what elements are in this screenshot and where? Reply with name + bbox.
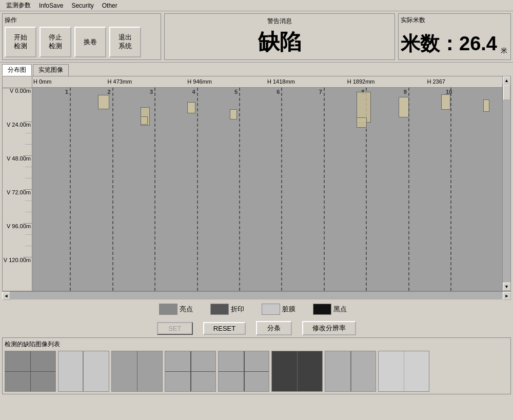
warning-text: 缺陷 xyxy=(258,28,301,56)
vline-1 xyxy=(70,88,71,291)
scroll-up-button[interactable]: ▲ xyxy=(503,76,511,85)
menu-item-other[interactable]: Other xyxy=(98,1,122,10)
tab-realimage[interactable]: 实览图像 xyxy=(33,64,69,76)
thumbnail-1[interactable] xyxy=(5,351,56,392)
y-label-5: V 120.00m xyxy=(4,257,31,263)
h-label-1: H 473mm xyxy=(108,78,132,85)
legend-label-fold: 折印 xyxy=(231,305,251,314)
col-num-3: 3 xyxy=(150,89,153,95)
col-num-2: 2 xyxy=(108,89,111,95)
y-axis: V 0.00m V 24.00m V 48.00m V 72.00m V 96.… xyxy=(3,76,32,291)
menu-item-infosave[interactable]: InfoSave xyxy=(35,1,67,10)
vline-7 xyxy=(324,88,325,291)
y-label-2: V 48.00m xyxy=(7,155,31,162)
col-num-7: 7 xyxy=(319,89,322,95)
scrollbar-horizontal[interactable]: ◄ ► xyxy=(2,291,511,299)
operation-buttons: 开始检测 停止检测 换卷 退出系统 xyxy=(5,27,159,57)
legend-item-bright: 亮点 xyxy=(159,304,200,315)
menu-item-security[interactable]: Security xyxy=(67,1,97,10)
meter-value: 米数：26.4 xyxy=(401,31,508,57)
scroll-thumb[interactable] xyxy=(503,85,510,100)
operation-title: 操作 xyxy=(5,16,159,25)
col-num-4: 4 xyxy=(192,89,195,95)
legend-color-black xyxy=(313,304,331,315)
legend-item-film: 脏膜 xyxy=(262,304,303,315)
map-container: V 0.00m V 24.00m V 48.00m V 72.00m V 96.… xyxy=(2,76,511,291)
top-area: 操作 开始检测 停止检测 换卷 退出系统 警告消息 缺陷 实际米数 米数：26.… xyxy=(0,11,513,63)
thumbnail-2[interactable] xyxy=(58,351,109,392)
defect-10 xyxy=(483,99,489,112)
col-num-9: 9 xyxy=(404,89,407,95)
col-num-1: 1 xyxy=(65,89,68,95)
modify-resolution-button[interactable]: 修改分辨率 xyxy=(302,321,356,335)
thumbnail-8[interactable] xyxy=(378,351,429,392)
y-label-4: V 96.00m xyxy=(7,223,31,229)
thumbnail-4[interactable] xyxy=(165,351,216,392)
scroll-track[interactable] xyxy=(503,85,510,283)
h-label-5: H 2367 xyxy=(427,78,445,85)
legend-item-black: 黑点 xyxy=(313,304,354,315)
meter-unit: 米 xyxy=(501,46,507,55)
defect-8 xyxy=(399,97,409,117)
h-scroll-track[interactable] xyxy=(10,292,503,299)
meter-panel: 实际米数 米数：26.4 米 xyxy=(398,13,511,60)
legend-color-bright xyxy=(159,304,177,315)
warning-panel: 警告消息 缺陷 xyxy=(164,13,395,60)
scroll-left-button[interactable]: ◄ xyxy=(2,292,10,300)
menu-bar: 监测参数 InfoSave Security Other xyxy=(0,0,513,11)
warning-title: 警告消息 xyxy=(267,17,292,26)
exit-system-button[interactable]: 退出系统 xyxy=(109,27,141,57)
main-content: V 0.00m V 24.00m V 48.00m V 72.00m V 96.… xyxy=(0,76,513,299)
start-detect-button[interactable]: 开始检测 xyxy=(5,27,36,57)
thumbnail-5[interactable] xyxy=(218,351,269,392)
vline-3 xyxy=(154,88,155,291)
defect-1 xyxy=(98,95,109,109)
vline-2 xyxy=(112,88,113,291)
thumbnail-7[interactable] xyxy=(325,351,376,392)
thumbnail-6[interactable] xyxy=(271,351,323,392)
operation-panel: 操作 开始检测 停止检测 换卷 退出系统 xyxy=(2,13,161,60)
defect-9 xyxy=(441,94,450,110)
thumbnail-3[interactable] xyxy=(111,351,163,392)
reset-button[interactable]: RESET xyxy=(203,322,246,335)
thumbnail-title: 检测的缺陷图像列表 xyxy=(5,340,508,349)
split-button[interactable]: 分条 xyxy=(256,321,292,335)
tab-distribution[interactable]: 分布图 xyxy=(2,64,32,76)
legend-label-film: 脏膜 xyxy=(282,305,303,314)
defect-7 xyxy=(357,117,367,128)
h-label-3: H 1418mm xyxy=(267,78,295,85)
meter-title: 实际米数 xyxy=(401,16,508,25)
col-num-6: 6 xyxy=(277,89,280,95)
tab-bar: 分布图 实览图像 xyxy=(0,63,513,76)
defect-5 xyxy=(230,109,237,119)
vline-5 xyxy=(239,88,240,291)
vline-10 xyxy=(450,88,451,291)
y-label-0: V 0.00m xyxy=(10,88,31,94)
legend-color-film xyxy=(262,304,280,315)
col-num-5: 5 xyxy=(234,89,238,95)
vline-4 xyxy=(197,88,198,291)
scrollbar-vertical[interactable]: ▲ ▼ xyxy=(502,76,510,291)
scroll-right-button[interactable]: ► xyxy=(503,292,511,300)
legend-label-bright: 亮点 xyxy=(180,305,200,314)
vline-6 xyxy=(281,88,282,291)
menu-item-monitor[interactable]: 监测参数 xyxy=(2,0,35,11)
defect-4 xyxy=(187,102,195,113)
h-label-0: H 0mm xyxy=(33,78,51,85)
legend-color-fold xyxy=(210,304,229,315)
scroll-down-button[interactable]: ▼ xyxy=(503,283,511,291)
stop-detect-button[interactable]: 停止检测 xyxy=(40,27,71,57)
h-label-4: H 1892mm xyxy=(347,78,375,85)
defect-3 xyxy=(141,116,148,125)
h-axis: H 0mm H 473mm H 946mm H 1418mm H 1892mm … xyxy=(32,76,502,88)
legend-label-black: 黑点 xyxy=(333,305,354,314)
legend-area: 亮点 折印 脏膜 黑点 xyxy=(0,299,513,319)
change-roll-button[interactable]: 换卷 xyxy=(74,27,106,57)
vline-9 xyxy=(408,88,409,291)
action-row: SET RESET 分条 修改分辨率 xyxy=(0,319,513,337)
set-button[interactable]: SET xyxy=(157,322,193,335)
grid-area[interactable]: H 0mm H 473mm H 946mm H 1418mm H 1892mm … xyxy=(32,76,502,291)
thumbnail-section: 检测的缺陷图像列表 xyxy=(2,337,511,394)
h-label-2: H 946mm xyxy=(187,78,212,85)
y-label-1: V 24.00m xyxy=(7,122,31,128)
